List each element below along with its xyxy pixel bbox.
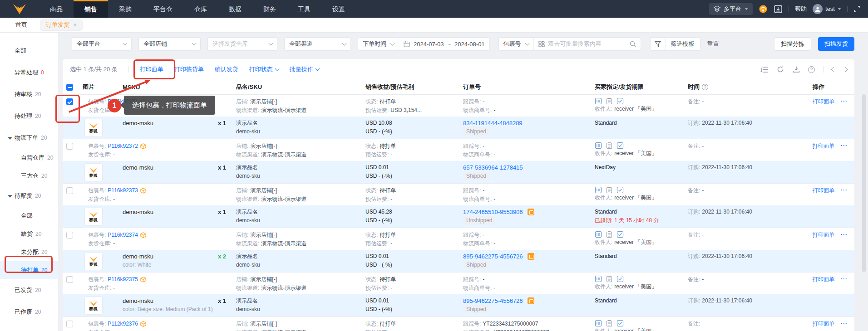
bars-icon[interactable] [595,186,602,194]
product-image[interactable]: 赛狐 [84,297,103,315]
sidebar-item[interactable]: 自营仓库20 [0,149,58,167]
print-status-dropdown[interactable]: 打印状态 [249,65,279,73]
check-square-icon[interactable] [616,142,624,149]
row-print-label-button[interactable]: 打印面单 [813,320,834,328]
filter-template-button[interactable]: 筛选模板 [650,37,700,51]
clipboard-icon[interactable] [606,97,613,105]
app-logo[interactable] [0,0,39,18]
sidebar-item[interactable]: 全部 [0,40,58,62]
help-icon[interactable] [808,66,815,73]
product-image[interactable]: 赛狐 [84,252,103,270]
clipboard-icon[interactable] [606,231,613,238]
nav-item-3[interactable]: 平台仓 [143,0,183,18]
check-square-icon[interactable] [616,231,624,238]
caret-down-icon[interactable] [8,195,12,198]
user-menu[interactable]: test [813,4,841,14]
sidebar-item[interactable]: 待处理20 [0,105,58,127]
sidebar-item[interactable]: 待审核20 [0,83,58,105]
sidebar-item[interactable]: 待打单20 [0,261,58,279]
search-icon[interactable] [630,41,636,47]
check-square-icon[interactable] [616,275,624,282]
package-number-link[interactable]: P116k92374 [108,231,138,239]
clipboard-icon[interactable] [606,142,613,149]
scan-ship-button[interactable]: 扫描发货 [818,37,854,51]
vertical-scrollbar[interactable] [862,94,866,272]
nav-item-2[interactable]: 采购 [108,0,143,18]
date-range-picker[interactable]: 2024-07-03 ~ 2024-08-01 [399,38,489,50]
question-icon[interactable] [702,84,708,90]
refresh-icon[interactable] [776,66,784,73]
support-icon[interactable] [759,5,768,14]
package-number-link[interactable]: P116k92373 [108,186,138,195]
row-print-label-button[interactable]: 打印面单 [813,142,834,150]
bars-icon[interactable] [595,320,602,327]
more-actions-icon[interactable]: ··· [841,142,848,149]
order-number-link[interactable]: 174-2465510-9553906 [463,208,523,216]
batch-ops-dropdown[interactable]: 批量操作 [290,65,319,73]
package-number-link[interactable]: P112k92376 [108,320,138,328]
row-print-label-button[interactable]: 打印面单 [813,231,834,239]
search-input[interactable]: 双击可批量搜索内容 [533,38,641,50]
caret-down-icon[interactable] [8,137,12,140]
more-actions-icon[interactable]: ··· [841,231,848,238]
row-checkbox[interactable] [66,232,73,239]
check-square-icon[interactable] [616,320,624,327]
package-number-link[interactable]: P116k92372 [108,142,138,151]
row-checkbox[interactable] [66,187,73,194]
package-icon[interactable] [140,187,147,194]
sidebar-item[interactable]: 全部 [0,207,58,225]
row-checkbox[interactable] [66,98,73,105]
tab-order-shipping[interactable]: 订单发货 × [40,19,83,31]
row-checkbox[interactable] [66,321,73,327]
clipboard-icon[interactable] [606,186,613,194]
order-number-link[interactable]: 895-9462275-4556726 [463,252,523,261]
nav-item-7[interactable]: 工具 [287,0,321,18]
export-icon[interactable] [792,66,800,73]
sidebar-item[interactable]: 三方仓20 [0,167,58,185]
order-number-link[interactable]: 895-9462275-4556726 [463,297,523,305]
sidebar-item[interactable]: 已发货20 [0,279,58,301]
sidebar-item[interactable]: 异常处理0 [0,62,58,83]
search-type-select[interactable]: 包裹号 [499,38,533,50]
platform-select[interactable]: 全部平台 [72,37,132,51]
sidebar-item[interactable]: 已作废20 [0,301,58,323]
clipboard-icon[interactable] [606,320,613,327]
prev-page-icon[interactable] [831,67,836,72]
row-checkbox[interactable] [66,276,73,283]
package-icon[interactable] [140,276,147,283]
order-number-link[interactable]: 834-1191444-4848289 [463,119,523,127]
bars-icon[interactable] [595,275,602,282]
sidebar-item[interactable]: 未分配20 [0,243,58,261]
select-all-checkbox[interactable] [66,84,73,91]
sidebar-item[interactable]: 物流下单20 [0,127,58,149]
scan-sort-button[interactable]: 扫描分拣 [774,37,811,51]
nav-item-4[interactable]: 仓库 [183,0,218,18]
bars-icon[interactable] [595,97,602,105]
close-icon[interactable]: × [74,22,77,28]
next-page-icon[interactable] [843,67,848,72]
platform-switcher[interactable]: 多平台 [709,3,753,15]
nav-item-0[interactable]: 商品 [39,0,74,18]
row-print-label-button[interactable]: 打印面单 [813,98,834,106]
bars-icon[interactable] [595,142,602,149]
nav-item-6[interactable]: 财务 [252,0,287,18]
download-center-icon[interactable] [774,5,783,14]
tab-home[interactable]: 首页 [15,21,27,29]
package-icon[interactable] [140,232,147,239]
time-type-select[interactable]: 下单时间 [358,38,399,50]
check-square-icon[interactable] [616,186,624,194]
confirm-ship-button[interactable]: 确认发货 [215,65,238,73]
warehouse-select[interactable]: 选择发货仓库 [207,37,277,51]
row-print-label-button[interactable]: 打印面单 [813,276,834,283]
fullscreen-icon[interactable] [853,5,861,13]
product-image[interactable]: 赛狐 [84,119,103,137]
more-actions-icon[interactable]: ··· [841,320,848,326]
more-actions-icon[interactable]: ··· [841,187,848,193]
more-actions-icon[interactable]: ··· [841,98,848,104]
product-image[interactable]: 赛狐 [84,208,103,226]
nav-item-1[interactable]: 销售 [74,0,108,18]
sidebar-item[interactable]: 待配货20 [0,185,58,207]
package-icon[interactable] [140,143,147,150]
help-link[interactable]: 帮助 [795,5,807,13]
row-print-label-button[interactable]: 打印面单 [813,187,834,195]
